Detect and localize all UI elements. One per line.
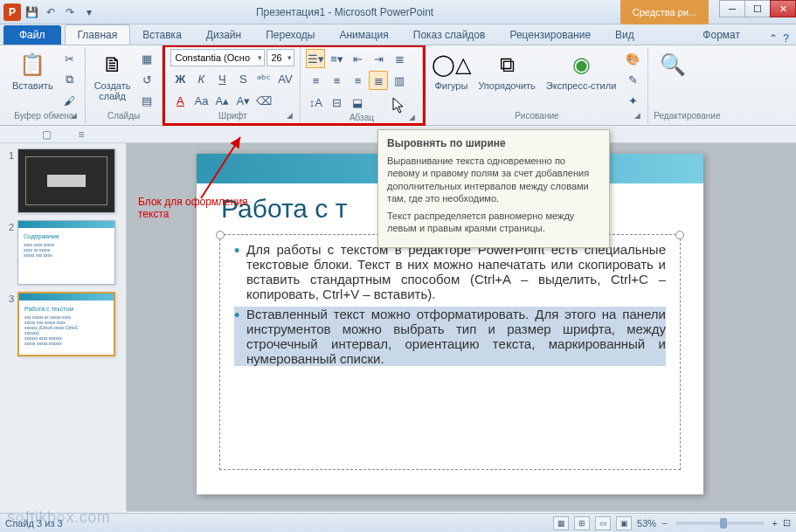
tab-view[interactable]: Вид: [603, 25, 647, 45]
tab-slideshow[interactable]: Показ слайдов: [401, 25, 498, 45]
tab-review[interactable]: Рецензирование: [497, 25, 603, 45]
reading-view-icon[interactable]: ▭: [595, 516, 611, 530]
text-content[interactable]: Для работы с текстом в редакторе PowerPo…: [220, 235, 680, 378]
group-paragraph: ☰▾ ≡▾ ⇤ ⇥ ≣ ≡ ≡ ≡ ≣ ▥ ↕A ⊟ ⬓: [301, 47, 423, 123]
font-color-icon[interactable]: A: [170, 91, 190, 110]
new-slide-button[interactable]: 🗎 Создать слайд: [91, 49, 135, 103]
group-clipboard: 📋 Вставить ✂ ⧉ 🖌 Буфер обмена◢: [3, 47, 86, 123]
window-title: Презентация1 - Microsoft PowerPoint: [256, 6, 433, 18]
layout-icon[interactable]: ▦: [137, 49, 156, 68]
reset-icon[interactable]: ↺: [137, 70, 156, 89]
save-icon[interactable]: 💾: [23, 3, 40, 21]
zoom-slider[interactable]: [676, 522, 764, 525]
text-direction-icon[interactable]: ↕A: [306, 93, 325, 112]
text-shadow-icon[interactable]: ᵃᵇᶜ: [254, 69, 273, 88]
sorter-view-icon[interactable]: ⊞: [574, 516, 590, 530]
thumbnail-1[interactable]: 1: [3, 149, 122, 213]
paragraph-launcher-icon[interactable]: ◢: [406, 113, 417, 123]
help-icon[interactable]: ?: [783, 32, 789, 45]
align-text-icon[interactable]: ⊟: [327, 93, 346, 112]
paste-label: Вставить: [12, 80, 53, 91]
thumb-preview: [17, 149, 115, 213]
tooltip-body-1: Выравнивание текста одновременно по лево…: [387, 155, 600, 204]
app-icon[interactable]: P: [3, 3, 21, 21]
redo-icon[interactable]: ↷: [61, 3, 79, 21]
tab-design[interactable]: Дизайн: [194, 25, 253, 45]
zoom-level[interactable]: 53%: [637, 518, 656, 529]
paste-button[interactable]: 📋 Вставить: [9, 49, 57, 93]
numbering-icon[interactable]: ≡▾: [327, 49, 346, 68]
copy-icon[interactable]: ⧉: [60, 70, 80, 89]
find-button[interactable]: 🔍: [654, 49, 692, 80]
tab-animations[interactable]: Анимация: [327, 25, 400, 45]
zoom-out-icon[interactable]: −: [661, 518, 667, 529]
align-right-icon[interactable]: ≡: [348, 71, 367, 90]
thumbnail-pane[interactable]: 1 2 Содержаниеxxxx xxxx xxxxxxxxx xx xxx…: [0, 143, 127, 511]
align-left-icon[interactable]: ≡: [306, 71, 325, 90]
underline-button[interactable]: Ч: [212, 69, 232, 88]
font-size-combo[interactable]: 26: [266, 49, 294, 66]
thumbnail-3[interactable]: 3 Работа с текстомxxx xxxxx xx xxxxx xxx…: [3, 292, 122, 356]
shrink-font-icon[interactable]: A▾: [233, 91, 253, 110]
cut-icon[interactable]: ✂: [60, 49, 80, 68]
quick-styles-button[interactable]: ◉ Экспресс-стили: [543, 49, 619, 93]
bold-button[interactable]: Ж: [170, 69, 190, 88]
slides-pane-tab-icon[interactable]: ▢: [42, 128, 52, 141]
zoom-in-icon[interactable]: +: [772, 518, 778, 529]
line-spacing-icon[interactable]: ≣: [390, 49, 409, 68]
align-center-icon[interactable]: ≡: [327, 71, 346, 90]
tab-transitions[interactable]: Переходы: [253, 25, 327, 45]
group-editing: 🔍 Редактирование: [648, 47, 725, 123]
shape-outline-icon[interactable]: ✎: [623, 70, 642, 89]
normal-view-icon[interactable]: ▦: [553, 516, 569, 530]
clipboard-launcher-icon[interactable]: ◢: [69, 111, 80, 121]
tab-file[interactable]: Файл: [3, 25, 61, 45]
minimize-ribbon-icon[interactable]: ⌃: [769, 32, 778, 45]
fit-to-window-icon[interactable]: ⊡: [783, 517, 791, 529]
thumb-preview: Содержаниеxxxx xxxx xxxxxxxxx xx xxxxxxx…: [17, 220, 115, 285]
bullets-icon[interactable]: ☰▾: [306, 49, 325, 68]
group-slides: 🗎 Создать слайд ▦ ↺ ▤ Слайды: [86, 47, 163, 123]
outline-pane-tab-icon[interactable]: ≡: [78, 128, 84, 141]
minimize-button[interactable]: ─: [719, 0, 745, 17]
format-painter-icon[interactable]: 🖌: [60, 91, 80, 110]
strikethrough-button[interactable]: S: [233, 69, 253, 88]
maximize-button[interactable]: ☐: [744, 0, 771, 17]
clear-formatting-icon[interactable]: ⌫: [254, 91, 273, 110]
bullet-1[interactable]: Для работы с текстом в редакторе PowerPo…: [234, 242, 666, 301]
contextual-tab-drawing-tools[interactable]: Средства ри...: [620, 0, 709, 24]
arrange-button[interactable]: ⧉ Упорядочить: [474, 49, 538, 93]
columns-icon[interactable]: ▥: [390, 71, 409, 90]
font-launcher-icon[interactable]: ◢: [284, 111, 294, 121]
tab-insert[interactable]: Вставка: [130, 25, 194, 45]
character-spacing-icon[interactable]: AV: [275, 69, 294, 88]
paste-icon: 📋: [18, 51, 46, 79]
tab-format[interactable]: Формат: [690, 25, 752, 45]
thumb-preview: Работа с текстомxxx xxxxx xx xxxxx xxxxx…: [17, 292, 115, 356]
italic-button[interactable]: К: [191, 69, 211, 88]
bullet-2[interactable]: Вставленный текст можно отформатировать.…: [234, 307, 666, 366]
ribbon: 📋 Вставить ✂ ⧉ 🖌 Буфер обмена◢ 🗎 Создать…: [0, 45, 796, 126]
change-case-icon[interactable]: Aa: [191, 91, 211, 110]
close-button[interactable]: ✕: [770, 0, 796, 17]
qat-dropdown-icon[interactable]: ▾: [80, 3, 98, 21]
tab-home[interactable]: Главная: [65, 24, 131, 45]
quick-styles-icon: ◉: [567, 51, 595, 79]
section-icon[interactable]: ▤: [137, 91, 156, 110]
shape-effects-icon[interactable]: ✦: [623, 91, 642, 110]
smartart-icon[interactable]: ⬓: [348, 93, 367, 112]
content-textbox[interactable]: Для работы с текстом в редакторе PowerPo…: [219, 234, 681, 470]
increase-indent-icon[interactable]: ⇥: [369, 49, 388, 68]
slideshow-view-icon[interactable]: ▣: [616, 516, 632, 530]
decrease-indent-icon[interactable]: ⇤: [348, 49, 367, 68]
grow-font-icon[interactable]: A▴: [212, 91, 232, 110]
group-label-slides: Слайды: [91, 110, 157, 121]
justify-button[interactable]: ≣: [369, 71, 388, 90]
undo-icon[interactable]: ↶: [42, 3, 59, 21]
font-name-combo[interactable]: Constantia (Осно: [170, 49, 265, 66]
thumbnail-2[interactable]: 2 Содержаниеxxxx xxxx xxxxxxxxx xx xxxxx…: [3, 220, 122, 285]
shape-fill-icon[interactable]: 🎨: [623, 49, 642, 68]
quick-access-toolbar: P 💾 ↶ ↷ ▾: [0, 3, 98, 21]
shapes-button[interactable]: ◯△ Фигуры: [431, 49, 471, 93]
drawing-launcher-icon[interactable]: ◢: [632, 111, 642, 121]
